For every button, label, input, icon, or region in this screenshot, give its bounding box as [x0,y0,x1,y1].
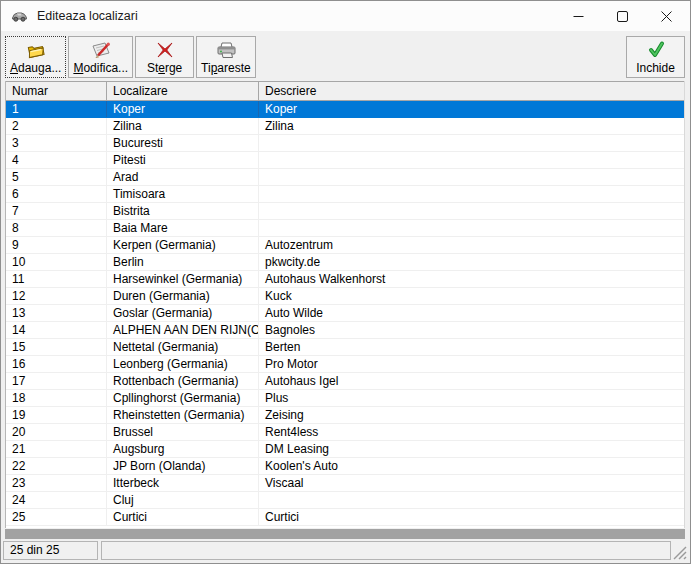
table-row[interactable]: 1KoperKoper [6,101,684,118]
delete-button-label: Sterge [147,61,182,75]
status-count: 25 din 25 [3,541,98,560]
table-row[interactable]: 9Kerpen (Germania)Autozentrum [6,237,684,254]
table-row[interactable]: 24Cluj [6,492,684,509]
close-dialog-button[interactable]: Inchide [626,36,685,78]
table-row[interactable]: 21AugsburgDM Leasing [6,441,684,458]
cell-numar: 21 [6,441,107,457]
table-row[interactable]: 4Pitesti [6,152,684,169]
table-row[interactable]: 15Nettetal (Germania)Berten [6,339,684,356]
title-bar: Editeaza localizari [1,1,690,31]
cell-localizare: Bistrita [107,203,259,219]
locations-table: Numar Localizare Descriere 1KoperKoper2Z… [5,81,685,528]
cell-descriere [259,220,684,236]
cell-descriere: Pro Motor [259,356,684,372]
cell-descriere [259,492,684,508]
status-bar: 25 din 25 [1,539,690,563]
cell-localizare: Rheinstetten (Germania) [107,407,259,423]
table-row[interactable]: 18Cpllinghorst (Germania)Plus [6,390,684,407]
cell-descriere: Autohaus Igel [259,373,684,389]
cell-localizare: Duren (Germania) [107,288,259,304]
cell-numar: 4 [6,152,107,168]
table-row[interactable]: 6Timisoara [6,186,684,203]
cell-numar: 3 [6,135,107,151]
table-row[interactable]: 11Harsewinkel (Germania)Autohaus Walkenh… [6,271,684,288]
table-row[interactable]: 23ItterbeckViscaal [6,475,684,492]
cell-numar: 8 [6,220,107,236]
table-row[interactable]: 25CurticiCurtici [6,509,684,526]
cell-localizare: Pitesti [107,152,259,168]
table-row[interactable]: 2ZilinaZilina [6,118,684,135]
print-button[interactable]: Tipareste [196,36,256,78]
cell-descriere: Berten [259,339,684,355]
check-icon [644,39,668,61]
cell-numar: 23 [6,475,107,491]
cell-descriere: pkwcity.de [259,254,684,270]
cell-numar: 13 [6,305,107,321]
column-header-numar[interactable]: Numar [6,82,107,100]
table-row[interactable]: 8Baia Mare [6,220,684,237]
table-row[interactable]: 3Bucuresti [6,135,684,152]
table-row[interactable]: 7Bistrita [6,203,684,220]
add-button-label: Adauga... [10,61,61,75]
cell-descriere [259,203,684,219]
cell-localizare: Cpllinghorst (Germania) [107,390,259,406]
edit-pencil-icon [89,39,113,61]
close-dialog-label: Inchide [636,61,675,75]
cell-descriere: Autohaus Walkenhorst [259,271,684,287]
table-row[interactable]: 19Rheinstetten (Germania)Zeising [6,407,684,424]
cell-localizare: Bucuresti [107,135,259,151]
cell-localizare: Timisoara [107,186,259,202]
table-row[interactable]: 10Berlinpkwcity.de [6,254,684,271]
table-row[interactable]: 13Goslar (Germania)Auto Wilde [6,305,684,322]
toolbar-button-group: Adauga... Modifica... [5,36,256,78]
table-row[interactable]: 17Rottenbach (Germania)Autohaus Igel [6,373,684,390]
minimize-button[interactable] [556,1,600,31]
close-button[interactable] [644,1,688,31]
window-controls [556,1,688,31]
modify-button[interactable]: Modifica... [68,36,133,78]
cell-descriere [259,152,684,168]
maximize-button[interactable] [600,1,644,31]
table-row[interactable]: 22JP Born (Olanda)Koolen's Auto [6,458,684,475]
cell-descriere: Koolen's Auto [259,458,684,474]
cell-localizare: Itterbeck [107,475,259,491]
cell-numar: 15 [6,339,107,355]
cell-localizare: Curtici [107,509,259,525]
table-row[interactable]: 5Arad [6,169,684,186]
cell-numar: 18 [6,390,107,406]
modify-button-label: Modifica... [73,61,128,75]
add-button[interactable]: Adauga... [5,36,66,78]
car-icon [11,8,29,24]
cell-descriere: Koper [259,101,684,117]
cell-descriere [259,135,684,151]
table-header: Numar Localizare Descriere [6,81,684,101]
cell-localizare: Baia Mare [107,220,259,236]
cell-localizare: Leonberg (Germania) [107,356,259,372]
table-row[interactable]: 20BrusselRent4less [6,424,684,441]
edit-locations-window: Editeaza localizari [0,0,691,564]
cell-localizare: Brussel [107,424,259,440]
delete-button[interactable]: Sterge [135,36,194,78]
cell-numar: 25 [6,509,107,525]
cell-localizare: Goslar (Germania) [107,305,259,321]
cell-descriere: Plus [259,390,684,406]
cell-localizare: Kerpen (Germania) [107,237,259,253]
cell-numar: 24 [6,492,107,508]
cell-descriere: Autozentrum [259,237,684,253]
cell-localizare: Rottenbach (Germania) [107,373,259,389]
table-row[interactable]: 14ALPHEN AAN DEN RIJN(OlandBagnoles [6,322,684,339]
cell-descriere: Viscaal [259,475,684,491]
column-header-descriere[interactable]: Descriere [259,82,684,100]
cell-numar: 17 [6,373,107,389]
column-header-localizare[interactable]: Localizare [107,82,259,100]
cell-localizare: Harsewinkel (Germania) [107,271,259,287]
cell-numar: 12 [6,288,107,304]
folder-add-icon [24,39,48,61]
cell-numar: 9 [6,237,107,253]
cell-localizare: ALPHEN AAN DEN RIJN(Oland [107,322,259,338]
cell-localizare: Koper [107,101,259,117]
table-row[interactable]: 12Duren (Germania)Kuck [6,288,684,305]
cell-descriere: Zeising [259,407,684,423]
table-row[interactable]: 16Leonberg (Germania)Pro Motor [6,356,684,373]
resize-grip-icon[interactable] [672,545,687,560]
